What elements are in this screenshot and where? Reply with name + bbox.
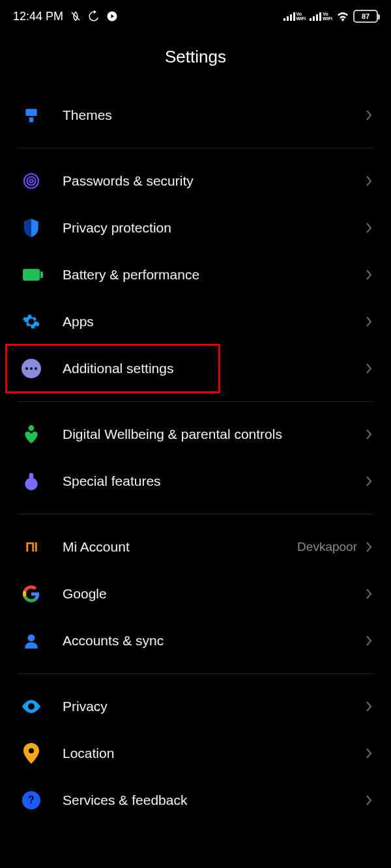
- play-icon: [106, 10, 118, 22]
- row-label: Privacy protection: [63, 220, 365, 236]
- row-location[interactable]: Location: [18, 730, 373, 777]
- status-bar: 12:44 PM VoWiFi VoWiFi 87: [0, 0, 391, 33]
- battery-icon: [21, 264, 42, 285]
- svg-rect-2: [287, 16, 289, 21]
- row-themes[interactable]: Themes: [18, 92, 373, 139]
- row-label: Battery & performance: [63, 267, 365, 283]
- row-mi-account[interactable]: ΠI Mi Account Devkapoor: [18, 524, 373, 570]
- row-label: Privacy: [63, 699, 365, 714]
- chevron-right-icon: [365, 316, 373, 328]
- eye-icon: [21, 696, 42, 717]
- mute-icon: [70, 10, 81, 22]
- svg-rect-7: [316, 14, 318, 21]
- row-label: Themes: [63, 107, 365, 123]
- row-label: Location: [63, 746, 365, 761]
- signal-1-icon: VoWiFi: [283, 12, 306, 21]
- row-privacy-protection[interactable]: Privacy protection: [18, 204, 373, 251]
- svg-rect-4: [293, 12, 295, 21]
- chevron-right-icon: [365, 794, 373, 806]
- sync-icon: [88, 10, 100, 22]
- themes-icon: [21, 105, 42, 126]
- person-icon: [21, 630, 42, 651]
- settings-group-system: Privacy Location ? Services & feedback: [18, 683, 373, 833]
- svg-point-13: [30, 180, 33, 183]
- chevron-right-icon: [365, 588, 373, 600]
- row-label: Passwords & security: [63, 173, 365, 189]
- chevron-right-icon: [365, 363, 373, 374]
- settings-group-accounts: ΠI Mi Account Devkapoor Google Accounts …: [18, 524, 373, 674]
- row-battery[interactable]: Battery & performance: [18, 251, 373, 298]
- row-wellbeing[interactable]: Digital Wellbeing & parental controls: [18, 411, 373, 458]
- svg-point-11: [24, 174, 38, 188]
- chevron-right-icon: [365, 269, 373, 281]
- row-label: Apps: [63, 314, 365, 329]
- fingerprint-icon: [21, 171, 42, 191]
- battery-icon: 87: [353, 10, 378, 23]
- row-additional-settings[interactable]: Additional settings: [18, 345, 373, 392]
- row-special-features[interactable]: Special features: [18, 458, 373, 505]
- row-label: Mi Account: [63, 539, 297, 555]
- row-value: Devkapoor: [297, 540, 357, 554]
- vowifi-2-label: VoWiFi: [323, 12, 332, 21]
- status-right: VoWiFi VoWiFi 87: [283, 10, 378, 23]
- row-label: Accounts & sync: [63, 633, 365, 649]
- page-title: Settings: [0, 47, 391, 67]
- status-time: 12:44 PM: [13, 10, 63, 23]
- row-privacy[interactable]: Privacy: [18, 683, 373, 730]
- svg-point-14: [29, 425, 35, 431]
- flask-icon: [21, 471, 42, 492]
- location-pin-icon: [21, 743, 42, 764]
- svg-rect-16: [29, 473, 33, 480]
- status-left: 12:44 PM: [13, 10, 118, 23]
- chevron-right-icon: [365, 222, 373, 234]
- chevron-right-icon: [365, 175, 373, 187]
- shield-icon: [21, 217, 42, 238]
- settings-group-themes: Themes: [18, 92, 373, 148]
- heart-person-icon: [21, 424, 42, 445]
- mi-logo-icon: ΠI: [21, 537, 42, 557]
- chevron-right-icon: [365, 701, 373, 712]
- row-apps[interactable]: Apps: [18, 298, 373, 345]
- svg-rect-6: [313, 16, 315, 21]
- chevron-right-icon: [365, 109, 373, 121]
- settings-group-wellbeing: Digital Wellbeing & parental controls Sp…: [18, 411, 373, 514]
- svg-point-12: [27, 177, 36, 186]
- chevron-right-icon: [365, 541, 373, 553]
- page-header: Settings: [0, 33, 391, 92]
- google-logo-icon: [21, 583, 42, 604]
- svg-rect-5: [310, 18, 311, 21]
- settings-group-security: Passwords & security Privacy protection …: [18, 158, 373, 402]
- svg-point-17: [28, 634, 35, 641]
- svg-rect-10: [29, 117, 34, 122]
- svg-rect-1: [283, 18, 285, 21]
- chevron-right-icon: [365, 748, 373, 759]
- row-passwords[interactable]: Passwords & security: [18, 158, 373, 204]
- svg-rect-8: [319, 12, 321, 21]
- svg-rect-9: [25, 109, 36, 116]
- more-icon: [21, 358, 42, 379]
- row-label: Special features: [63, 473, 365, 489]
- svg-rect-3: [290, 14, 292, 21]
- battery-level: 87: [362, 12, 369, 20]
- row-label: Digital Wellbeing & parental controls: [63, 427, 365, 442]
- row-google[interactable]: Google: [18, 570, 373, 617]
- row-services-feedback[interactable]: ? Services & feedback: [18, 777, 373, 824]
- row-label: Google: [63, 586, 365, 602]
- chevron-right-icon: [365, 635, 373, 647]
- gear-icon: [21, 311, 42, 332]
- help-icon: ?: [21, 790, 42, 811]
- row-label: Additional settings: [63, 361, 365, 376]
- chevron-right-icon: [365, 428, 373, 440]
- row-accounts-sync[interactable]: Accounts & sync: [18, 617, 373, 664]
- wifi-icon: [336, 11, 349, 21]
- chevron-right-icon: [365, 475, 373, 487]
- signal-2-icon: VoWiFi: [310, 12, 332, 21]
- vowifi-1-label: VoWiFi: [297, 12, 306, 21]
- row-label: Services & feedback: [63, 792, 365, 808]
